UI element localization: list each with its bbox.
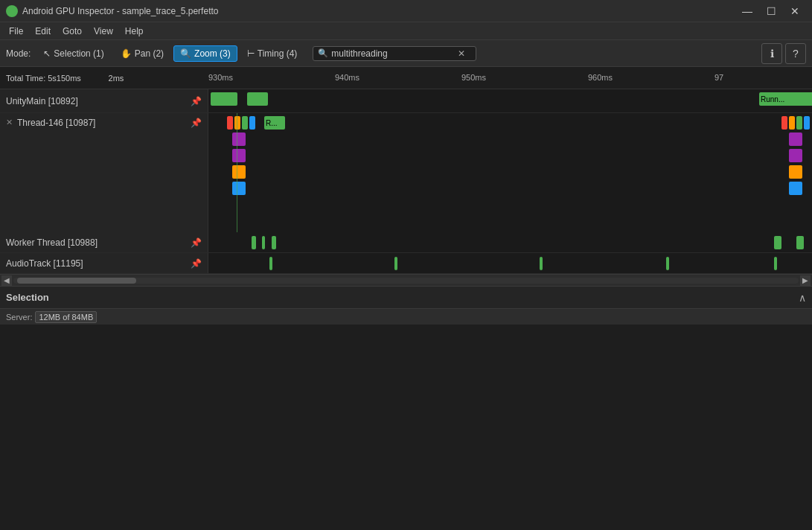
track-row-unitymain: UnityMain [10892] 📌 Runn... [0, 89, 812, 113]
ruler-label-97: 97 [715, 73, 723, 82]
help-button[interactable]: ? [785, 43, 806, 64]
scroll-thumb[interactable] [17, 278, 136, 284]
mode-label: Mode: [6, 48, 31, 59]
pan-label: Pan (2) [135, 48, 164, 59]
worker-label: Worker Thread [10988] [6, 237, 97, 248]
mode-timing[interactable]: ⊢ Timing (4) [240, 45, 304, 62]
mode-zoom[interactable]: 🔍 Zoom (3) [173, 45, 237, 62]
worker-event-5[interactable] [796, 236, 804, 249]
audio-event-5[interactable] [774, 257, 777, 270]
timing-label: Timing (4) [258, 48, 298, 59]
selection-label: Selection (1) [54, 48, 103, 59]
worker-event-4[interactable] [774, 236, 781, 249]
scrollbar: ◀ ▶ [0, 274, 812, 286]
scroll-right-arrow[interactable]: ▶ [800, 275, 811, 286]
track-label-thread146: ✕ Thread-146 [10987] 📌 [0, 113, 208, 232]
pin-icon-unitymain[interactable]: 📌 [191, 96, 202, 106]
menu-file[interactable]: File [3, 25, 29, 38]
titlebar-left: Android GPU Inspector - sample_trace_5.p… [6, 5, 218, 17]
track-row-thread146: ✕ Thread-146 [10987] 📌 R... [0, 113, 812, 232]
maximize-button[interactable]: ☐ [760, 4, 782, 19]
ruler-label-930: 930ms [208, 73, 233, 82]
titlebar-title: Android GPU Inspector - sample_trace_5.p… [22, 6, 218, 16]
close-icon-thread146[interactable]: ✕ [6, 118, 13, 127]
pin-icon-thread146[interactable]: 📌 [191, 118, 202, 128]
thread146-event-2[interactable] [234, 116, 240, 130]
unitymain-event-1[interactable] [211, 92, 237, 106]
thread146-r-stack-1[interactable] [789, 132, 802, 146]
ruler-label-950: 950ms [461, 73, 486, 82]
timeline-ruler: Total Time: 5s150ms 2ms 930ms 940ms 950m… [0, 67, 812, 89]
track-label-unitymain: UnityMain [10892] 📌 [0, 89, 208, 112]
ruler-label-960: 960ms [588, 73, 613, 82]
thread146-label: Thread-146 [10987] [17, 118, 95, 128]
thread146-r-event-2[interactable] [789, 116, 795, 130]
audiotrack-label: AudioTrack [11195] [6, 258, 83, 269]
ruler-label-940: 940ms [335, 73, 359, 82]
worker-event-1[interactable] [252, 236, 256, 249]
search-container: 🔍 ✕ [313, 46, 476, 61]
thread146-stack-1[interactable] [232, 132, 246, 146]
scroll-track [13, 278, 799, 284]
track-label-audiotrack: AudioTrack [11195] 📌 [0, 253, 208, 273]
timing-icon: ⊢ [247, 48, 255, 59]
track-canvas-unitymain: Runn... [208, 89, 812, 112]
thread146-r-stack-4[interactable] [789, 182, 802, 195]
search-clear-icon[interactable]: ✕ [458, 48, 465, 59]
pin-icon-audiotrack[interactable]: 📌 [191, 258, 202, 269]
audio-event-3[interactable] [540, 257, 543, 270]
app-icon [6, 5, 18, 17]
track-label-worker: Worker Thread [10988] 📌 [0, 232, 208, 252]
thread146-stack-2[interactable] [232, 149, 246, 162]
search-input[interactable] [331, 48, 458, 59]
unitymain-label: UnityMain [10892] [6, 96, 78, 106]
mode-pan[interactable]: ✋ Pan (2) [114, 45, 170, 62]
worker-event-3[interactable] [272, 236, 276, 249]
thread146-r-stack-3[interactable] [789, 165, 802, 179]
menubar: File Edit Goto View Help [0, 22, 812, 40]
zoom-label: Zoom (3) [194, 48, 231, 59]
thread146-r-event-3[interactable] [796, 116, 802, 130]
statusbar: Server: 12MB of 84MB [0, 308, 812, 325]
titlebar-controls: — ☐ ✕ [736, 4, 806, 19]
track-row-worker: Worker Thread [10988] 📌 [0, 232, 812, 253]
expand-button[interactable]: ∧ [799, 292, 806, 304]
thread146-event-1[interactable] [227, 116, 233, 130]
menu-edit[interactable]: Edit [29, 25, 57, 38]
thread146-stack-3[interactable] [232, 165, 246, 179]
thread146-event-4[interactable] [249, 116, 255, 130]
track-canvas-thread146: R... [208, 113, 812, 232]
menu-view[interactable]: View [88, 25, 119, 38]
search-icon: 🔍 [318, 48, 328, 58]
zoom-icon: 🔍 [180, 48, 191, 59]
menu-help[interactable]: Help [119, 25, 150, 38]
mode-selection[interactable]: ↖ Selection (1) [36, 45, 110, 62]
pin-icon-worker[interactable]: 📌 [191, 237, 202, 248]
timeline-ruler-area: 930ms 940ms 950ms 960ms 97 [208, 67, 812, 89]
minimize-button[interactable]: — [736, 4, 758, 19]
menu-goto[interactable]: Goto [57, 25, 88, 38]
track-canvas-worker [208, 232, 812, 252]
thread146-stack-4[interactable] [232, 182, 246, 195]
scroll-left-arrow[interactable]: ◀ [1, 275, 12, 286]
audio-event-4[interactable] [666, 257, 669, 270]
close-button[interactable]: ✕ [784, 4, 806, 19]
info-button[interactable]: ℹ [761, 43, 782, 64]
worker-event-2[interactable] [262, 236, 265, 249]
audio-event-2[interactable] [394, 257, 397, 270]
selection-icon: ↖ [43, 48, 51, 59]
thread146-r-event-1[interactable] [781, 116, 787, 130]
unitymain-event-2[interactable] [247, 92, 268, 106]
track-row-audiotrack: AudioTrack [11195] 📌 [0, 253, 812, 274]
thread146-r-event-4[interactable] [804, 116, 810, 130]
tracks-container: UnityMain [10892] 📌 Runn... ✕ Thread-146… [0, 89, 812, 274]
thread146-r-stack-2[interactable] [789, 149, 802, 162]
audio-event-1[interactable] [269, 257, 272, 270]
selection-panel: Selection ∧ [0, 286, 812, 308]
thread146-event-3[interactable] [242, 116, 248, 130]
pan-icon: ✋ [121, 48, 132, 59]
thread146-event-r[interactable]: R... [264, 116, 285, 130]
unitymain-event-running[interactable]: Runn... [759, 92, 812, 106]
selection-title: Selection [6, 292, 49, 303]
server-value: 12MB of 84MB [35, 311, 97, 323]
